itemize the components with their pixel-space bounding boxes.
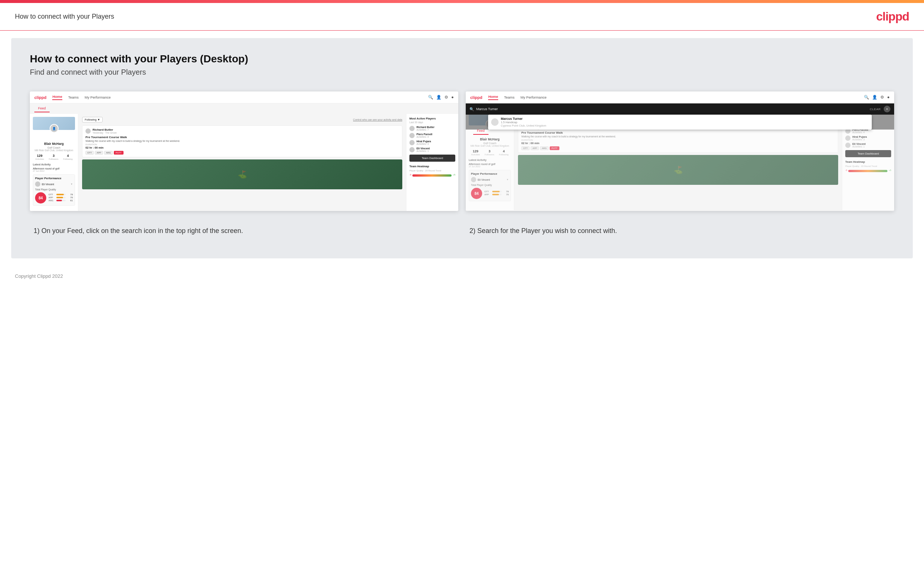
close-button-2[interactable]: × xyxy=(884,106,890,112)
perf-avatar-1 xyxy=(35,182,40,187)
clear-button-2[interactable]: CLEAR xyxy=(870,107,881,111)
perf-label-2: Player Performance xyxy=(471,172,509,175)
tags-row-1: OTT APP ARG PUTT xyxy=(86,151,399,154)
profile-club-2: Mill Ride Golf Club, United Kingdom xyxy=(469,144,511,147)
screenshots-row: clippd Home Teams My Performance 🔍 👤 ⚙ ●… xyxy=(30,91,894,211)
tags-row-2: OTT APP ARG PUTT xyxy=(521,146,835,150)
player-perf-box-1: Player Performance Eli Vincent ▼ Total P… xyxy=(33,174,75,206)
section-title: How to connect with your Players (Deskto… xyxy=(30,53,894,65)
heatmap-bar-labels-1: -5 +5 xyxy=(409,173,455,177)
golf-image-1: ⛳ xyxy=(82,159,402,189)
activities-stat-2: 129 Activities xyxy=(471,149,480,156)
result-club-2: Cypress Point Club, United Kingdom xyxy=(501,124,546,127)
profile-stats-1: 129 Activities 3 Followers 4 Following xyxy=(33,154,75,160)
total-quality-label-1: Total Player Quality xyxy=(35,188,73,191)
nav-my-performance-2[interactable]: My Performance xyxy=(521,95,547,99)
following-bar-1: Following ▼ Control who can see your act… xyxy=(82,117,402,122)
quality-row-app-2: APP 70 xyxy=(484,193,509,196)
avatar-1: 👤 xyxy=(50,124,58,133)
heatmap-bar-labels-2: -5 +5 xyxy=(845,169,891,172)
team-dashboard-btn-1[interactable]: Team Dashboard xyxy=(409,154,455,162)
nav-my-performance-1[interactable]: My Performance xyxy=(85,95,111,99)
user-name-1: Richard Butler xyxy=(92,128,117,132)
main-content: How to connect with your Players (Deskto… xyxy=(11,38,913,258)
header: How to connect with your Players clippd xyxy=(0,3,924,31)
quality-row-app: APP 70 xyxy=(49,196,73,199)
total-quality-label-2: Total Player Quality xyxy=(471,184,509,186)
nav-teams-1[interactable]: Teams xyxy=(68,95,79,99)
app-logo-1: clippd xyxy=(34,95,46,100)
duration-time-1: 02 hr : 00 min xyxy=(86,146,399,149)
profile-icon-nav[interactable]: 👤 xyxy=(436,95,442,100)
tag-ott-2: OTT xyxy=(521,146,529,150)
nav-home-1[interactable]: Home xyxy=(52,94,62,100)
latest-activity-label-1: Latest Activity xyxy=(33,163,75,166)
perf-player-1: Eli Vincent ▼ xyxy=(35,182,73,187)
nav-icons-2: 🔍 👤 ⚙ ● xyxy=(864,95,890,100)
footer: Copyright Clippd 2022 xyxy=(0,266,924,286)
avatar-icon-nav-2[interactable]: ● xyxy=(887,95,890,100)
search-icon-nav-2[interactable]: 🔍 xyxy=(864,95,869,100)
quality-row-ott-2: OTT 79 xyxy=(484,190,509,193)
profile-stats-2: 129 Activities 3 Followers 4 Following xyxy=(469,149,511,156)
following-stat: 4 Following xyxy=(63,154,73,160)
search-text-2[interactable]: Marcus Turner xyxy=(476,107,498,111)
app-ui-1: clippd Home Teams My Performance 🔍 👤 ⚙ ●… xyxy=(30,91,458,211)
screenshot-panel-1: clippd Home Teams My Performance 🔍 👤 ⚙ ●… xyxy=(30,91,458,211)
activity-title-2: Pre Tournament Course Walk xyxy=(521,131,835,135)
instruction-1-container: 1) On your Feed, click on the search ico… xyxy=(30,222,458,236)
nav-icons-1: 🔍 👤 ⚙ ● xyxy=(428,95,454,100)
search-result-dropdown-2[interactable]: Marcus Turner 1.5 Handicap Cypress Point… xyxy=(488,115,872,130)
settings-icon-nav[interactable]: ⚙ xyxy=(445,95,448,100)
player-perf-box-2: Player Performance Eli Vincent ▼ Total P… xyxy=(469,170,511,201)
activity-desc-2: Walking the course with my coach to buil… xyxy=(521,135,835,138)
profile-icon-nav-2[interactable]: 👤 xyxy=(872,95,877,100)
activities-stat: 129 Activities xyxy=(35,154,44,160)
profile-club-1: Mill Ride Golf Club, United Kingdom xyxy=(33,149,75,152)
section-subtitle: Find and connect with your Players xyxy=(30,68,894,76)
tag-ott-1: OTT xyxy=(86,151,94,154)
score-circle-2: 84 xyxy=(471,188,482,199)
settings-icon-nav-2[interactable]: ⚙ xyxy=(880,95,884,100)
profile-name-1: Blair McHarg xyxy=(33,142,75,146)
profile-role-1: Golf Coach xyxy=(33,146,75,149)
player-item-2c: Hiral Pujara Activities: 3 xyxy=(845,136,891,141)
avatar-icon-nav[interactable]: ● xyxy=(451,95,454,100)
most-active-period-1: Last 30 days xyxy=(409,121,455,123)
activity-text-1: Afternoon round of golf xyxy=(33,167,75,170)
team-dashboard-btn-2[interactable]: Team Dashboard xyxy=(845,150,891,157)
activity-title-1: Pre Tournament Course Walk xyxy=(86,136,399,139)
duration-time-2: 02 hr : 00 min xyxy=(521,141,835,145)
score-circle-1: 84 xyxy=(35,192,46,203)
player-avatar-1a xyxy=(409,126,414,131)
player-item-1c: Hiral Pujara Activities: 3 xyxy=(409,140,455,145)
activity-date-1: 27 Jul 2022 xyxy=(33,170,75,172)
feed-tab-1[interactable]: Feed xyxy=(34,105,50,112)
user-avatar-1 xyxy=(86,128,91,134)
app-logo-2: clippd xyxy=(470,95,482,100)
tag-app-2: APP xyxy=(531,146,539,150)
profile-name-2: Blair McHarg xyxy=(469,137,511,141)
page-title: How to connect with your Players xyxy=(15,13,114,21)
instruction-text-2: 2) Search for the Player you wish to con… xyxy=(469,222,890,236)
player-avatar-2c xyxy=(845,136,851,141)
quality-row-ott: OTT 79 xyxy=(49,193,73,196)
tag-arg-2: ARG xyxy=(540,146,549,150)
activity-card-1: Richard Butler Yesterday · The Grove Pre… xyxy=(82,125,402,157)
user-meta-1: Yesterday · The Grove xyxy=(92,132,117,134)
activity-user-1: Richard Butler Yesterday · The Grove xyxy=(86,128,399,134)
activity-text-2: Afternoon round of golf xyxy=(469,163,511,166)
perf-label-1: Player Performance xyxy=(35,177,73,180)
middle-panel-1: Following ▼ Control who can see your act… xyxy=(78,114,406,211)
app-nav-1: clippd Home Teams My Performance 🔍 👤 ⚙ ● xyxy=(30,91,458,104)
heatmap-subtitle-2: Player Quality · 20 Round Trend xyxy=(845,165,891,167)
nav-teams-2[interactable]: Teams xyxy=(504,95,515,99)
following-button-1[interactable]: Following ▼ xyxy=(82,117,103,122)
nav-home-2[interactable]: Home xyxy=(488,94,498,100)
app-nav-2: clippd Home Teams My Performance 🔍 👤 ⚙ ● xyxy=(466,91,894,104)
player-item-1a: Richard Butler Activities: 7 xyxy=(409,126,455,131)
player-avatar-1d xyxy=(409,147,414,153)
control-link-1[interactable]: Control who can see your activity and da… xyxy=(353,119,402,121)
search-icon-nav[interactable]: 🔍 xyxy=(428,95,433,100)
perf-avatar-2 xyxy=(471,177,476,182)
